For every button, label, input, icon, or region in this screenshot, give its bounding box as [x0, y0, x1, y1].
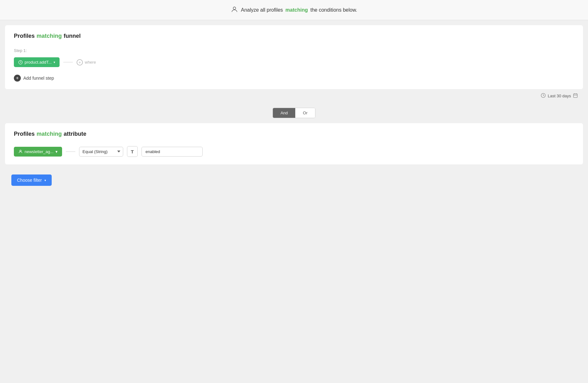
funnel-card-title: Profiles matching funnel [14, 33, 574, 39]
add-step-icon: + [14, 75, 21, 82]
top-banner: Analyze all profiles matching the condit… [0, 0, 588, 20]
event-icon [18, 60, 23, 65]
and-toggle-button[interactable]: And [273, 108, 295, 118]
banner-suffix: the conditions below. [310, 7, 357, 13]
banner-highlight: matching [285, 7, 308, 13]
attr-connector [66, 151, 75, 152]
operator-select[interactable]: Equal (String) Not Equal (String) Contai… [79, 147, 123, 157]
type-icon-box: T [127, 146, 138, 157]
profile-icon [18, 149, 23, 154]
attr-title-highlight: matching [37, 131, 62, 137]
step-row: product.addT... ▾ + where [14, 57, 574, 67]
separator-bar: Last 30 days [5, 89, 583, 103]
type-icon: T [131, 149, 134, 154]
attribute-card: Profiles matching attribute newsletter_a… [5, 123, 583, 164]
attribute-card-title: Profiles matching attribute [14, 131, 574, 137]
svg-point-0 [233, 7, 236, 9]
step-label: Step 1: [14, 48, 574, 53]
funnel-title-suffix: funnel [64, 33, 81, 39]
connector [63, 62, 73, 62]
funnel-title-prefix: Profiles [14, 33, 35, 39]
clock-icon [541, 93, 546, 99]
add-step-label: Add funnel step [23, 76, 54, 81]
attr-row: newsletter_ag... ▾ Equal (String) Not Eq… [14, 146, 574, 157]
banner-prefix: Analyze all profiles [241, 7, 283, 13]
calendar-icon [573, 93, 578, 99]
or-toggle-button[interactable]: Or [295, 108, 315, 118]
logic-toggle-bar: And Or [5, 103, 583, 123]
event-button[interactable]: product.addT... ▾ [14, 57, 60, 67]
attr-title-prefix: Profiles [14, 131, 35, 137]
time-label: Last 30 days [548, 94, 571, 98]
event-button-label: product.addT... [25, 60, 52, 65]
funnel-title-highlight: matching [37, 33, 62, 39]
attr-title-suffix: attribute [64, 131, 86, 137]
toggle-group: And Or [273, 108, 315, 118]
bottom-gap [5, 164, 583, 169]
funnel-card: Profiles matching funnel Step 1: product… [5, 25, 583, 89]
main-content: Profiles matching funnel Step 1: product… [0, 20, 588, 196]
choose-filter-label: Choose filter [17, 178, 42, 183]
where-button[interactable]: + where [77, 59, 96, 66]
attr-chevron-icon: ▾ [55, 149, 58, 154]
where-label: where [85, 60, 96, 65]
svg-point-7 [20, 150, 21, 151]
person-icon [231, 6, 238, 14]
chevron-down-icon: ▾ [54, 60, 55, 64]
value-input[interactable] [141, 147, 203, 157]
bottom-bar: Choose filter ▾ [5, 169, 583, 191]
add-funnel-step-button[interactable]: + Add funnel step [14, 75, 54, 82]
banner-text: Analyze all profiles matching the condit… [241, 7, 357, 13]
choose-filter-chevron-icon: ▾ [44, 179, 46, 182]
time-selector[interactable]: Last 30 days [541, 93, 578, 99]
attribute-button[interactable]: newsletter_ag... ▾ [14, 147, 62, 157]
svg-rect-3 [574, 94, 577, 98]
circle-plus-icon: + [77, 59, 83, 66]
choose-filter-button[interactable]: Choose filter ▾ [11, 174, 52, 186]
attribute-button-label: newsletter_ag... [25, 149, 54, 154]
